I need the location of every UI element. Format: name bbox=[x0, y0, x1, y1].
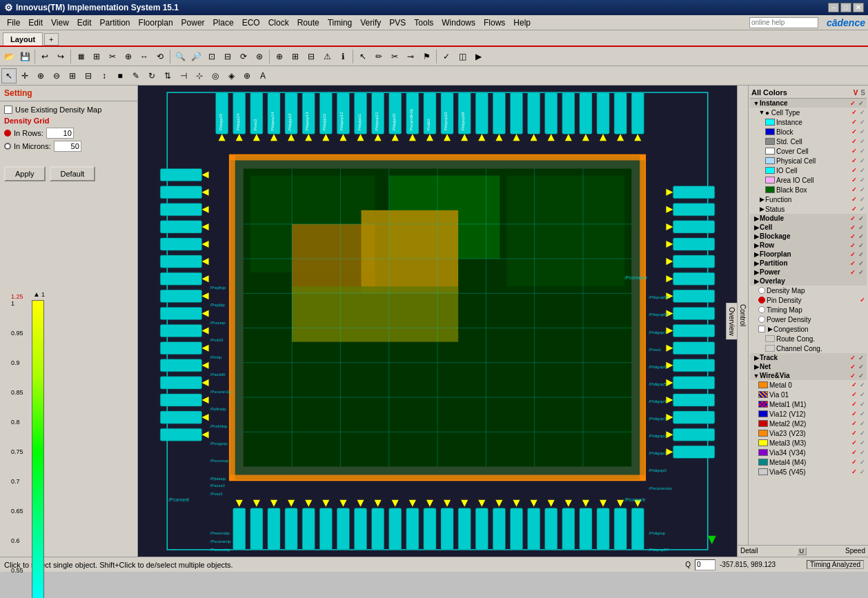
via23-s[interactable]: ✓ bbox=[860, 430, 865, 437]
menu-pvs[interactable]: PVS bbox=[385, 17, 410, 29]
track-expand[interactable]: ▶ bbox=[753, 355, 760, 361]
power-s[interactable]: ✓ bbox=[858, 269, 864, 276]
tb2-group[interactable]: ⊹ bbox=[192, 68, 207, 83]
tb-fit[interactable]: ⊡ bbox=[204, 49, 219, 64]
tb2-path[interactable]: ⊕ bbox=[239, 68, 255, 83]
net-s[interactable]: ✓ bbox=[858, 363, 864, 370]
io-cell-s[interactable]: ✓ bbox=[860, 167, 865, 174]
tb-align[interactable]: ⊞ bbox=[288, 49, 303, 64]
tb-flag[interactable]: ⚑ bbox=[419, 49, 434, 64]
metal0-s[interactable]: ✓ bbox=[860, 381, 865, 388]
menu-verify[interactable]: Verify bbox=[356, 17, 385, 29]
cell-s[interactable]: ✓ bbox=[858, 224, 864, 231]
menu-file[interactable]: File bbox=[3, 17, 24, 29]
row-s[interactable]: ✓ bbox=[858, 242, 864, 249]
tb-wire[interactable]: ⊟ bbox=[304, 49, 319, 64]
floorplan-expand[interactable]: ▶ bbox=[753, 251, 760, 258]
in-microns-input[interactable] bbox=[54, 141, 81, 152]
in-rows-radio[interactable] bbox=[4, 130, 11, 137]
std-cell-s[interactable]: ✓ bbox=[860, 138, 865, 145]
area-io-cell-v[interactable]: ✓ bbox=[851, 177, 857, 183]
via45-s[interactable]: ✓ bbox=[860, 468, 865, 475]
block-v[interactable]: ✓ bbox=[851, 128, 857, 135]
tb2-prop[interactable]: ⊞ bbox=[65, 68, 80, 83]
tb-tool3[interactable]: ⊕ bbox=[121, 49, 136, 64]
tb2-edit[interactable]: ✎ bbox=[128, 68, 144, 83]
tb-run[interactable]: ▶ bbox=[471, 49, 486, 64]
via01-v[interactable]: ✓ bbox=[851, 391, 857, 398]
block-s[interactable]: ✓ bbox=[860, 128, 865, 135]
partition-expand[interactable]: ▶ bbox=[753, 260, 760, 267]
instance-sub-v[interactable]: ✓ bbox=[851, 119, 857, 126]
metal4-s[interactable]: ✓ bbox=[860, 459, 865, 466]
blockage-expand[interactable]: ▶ bbox=[753, 233, 760, 240]
tb-tool2[interactable]: ✂ bbox=[105, 49, 120, 64]
physical-cell-v[interactable]: ✓ bbox=[851, 157, 857, 164]
tb2-rotate[interactable]: ↻ bbox=[144, 68, 159, 83]
function-s[interactable]: ✓ bbox=[860, 196, 865, 203]
tb-cut[interactable]: ✂ bbox=[387, 49, 402, 64]
net-expand[interactable]: ▶ bbox=[753, 363, 760, 370]
metal0-v[interactable]: ✓ bbox=[851, 381, 857, 388]
wire-via-v[interactable]: ✓ bbox=[850, 372, 856, 379]
tb-check[interactable]: ✓ bbox=[439, 49, 454, 64]
partition-s[interactable]: ✓ bbox=[858, 260, 864, 267]
tb2-fill[interactable]: ■ bbox=[112, 68, 128, 83]
in-rows-input[interactable] bbox=[46, 128, 74, 139]
tb-zoom-out[interactable]: 🔎 bbox=[188, 49, 204, 64]
close-button[interactable]: ✕ bbox=[853, 3, 864, 12]
menu-flows[interactable]: Flows bbox=[480, 17, 509, 29]
overview-tab[interactable]: Overview bbox=[726, 303, 737, 340]
wire-via-expand[interactable]: ▼ bbox=[753, 372, 760, 379]
instance-v-check[interactable]: ✓ bbox=[850, 100, 856, 107]
menu-route[interactable]: Route bbox=[293, 17, 324, 29]
layout-canvas[interactable]: Ptlspjp15 Ptlspjp14 Pvss3 Ptlspop14 Ptls… bbox=[138, 86, 737, 557]
in-microns-radio[interactable] bbox=[4, 143, 11, 150]
apply-button[interactable]: Apply bbox=[4, 166, 46, 181]
via45-v[interactable]: ✓ bbox=[851, 468, 857, 475]
row-expand[interactable]: ▶ bbox=[753, 242, 760, 249]
tb-layers[interactable]: ◫ bbox=[455, 49, 470, 64]
via01-s[interactable]: ✓ bbox=[860, 391, 865, 398]
menu-eco[interactable]: ECO bbox=[238, 17, 264, 29]
wire-via-s[interactable]: ✓ bbox=[858, 372, 864, 379]
via34-s[interactable]: ✓ bbox=[860, 449, 865, 456]
metal2-v[interactable]: ✓ bbox=[851, 420, 857, 427]
cover-cell-s[interactable]: ✓ bbox=[860, 148, 865, 155]
overlay-expand[interactable]: ▶ bbox=[753, 278, 760, 285]
status-s[interactable]: ✓ bbox=[860, 206, 865, 212]
metal3-s[interactable]: ✓ bbox=[860, 439, 865, 446]
partition-v[interactable]: ✓ bbox=[850, 260, 856, 267]
function-expand[interactable]: ▶ bbox=[758, 196, 765, 203]
metal1-s[interactable]: ✓ bbox=[860, 401, 865, 408]
tb-open[interactable]: 📂 bbox=[1, 49, 17, 64]
tab-add-button[interactable]: + bbox=[44, 33, 58, 46]
via12-v[interactable]: ✓ bbox=[851, 410, 857, 417]
menu-help[interactable]: Help bbox=[509, 17, 535, 29]
via34-v[interactable]: ✓ bbox=[851, 449, 857, 456]
cell-type-v[interactable]: ✓ bbox=[851, 109, 857, 116]
blockage-s[interactable]: ✓ bbox=[858, 233, 864, 240]
power-expand[interactable]: ▶ bbox=[753, 269, 760, 276]
tb-tool1[interactable]: ⊞ bbox=[89, 49, 104, 64]
menu-edit2[interactable]: Edit bbox=[73, 17, 96, 29]
tb-select[interactable]: ↖ bbox=[355, 49, 371, 64]
io-cell-v[interactable]: ✓ bbox=[851, 167, 857, 174]
cover-cell-v[interactable]: ✓ bbox=[851, 148, 857, 155]
instance-expand[interactable]: ▼ bbox=[753, 100, 760, 107]
tb2-select[interactable]: ↖ bbox=[1, 68, 17, 83]
physical-cell-s[interactable]: ✓ bbox=[860, 157, 865, 164]
density-map-radio[interactable] bbox=[758, 287, 765, 294]
cell-type-s[interactable]: ✓ bbox=[860, 109, 865, 116]
menu-floorplan[interactable]: Floorplan bbox=[135, 17, 177, 29]
metal4-v[interactable]: ✓ bbox=[851, 459, 857, 466]
tb2-copy[interactable]: ⊕ bbox=[33, 68, 48, 83]
status-v[interactable]: ✓ bbox=[851, 206, 857, 212]
tb2-del[interactable]: ⊖ bbox=[49, 68, 64, 83]
metal1-v[interactable]: ✓ bbox=[851, 401, 857, 408]
default-button[interactable]: Default bbox=[50, 166, 96, 181]
tb-tool5[interactable]: ⟲ bbox=[152, 49, 168, 64]
tb-lock[interactable]: ⊛ bbox=[252, 49, 267, 64]
tb2-flip[interactable]: ⇅ bbox=[160, 68, 175, 83]
menu-timing[interactable]: Timing bbox=[324, 17, 357, 29]
